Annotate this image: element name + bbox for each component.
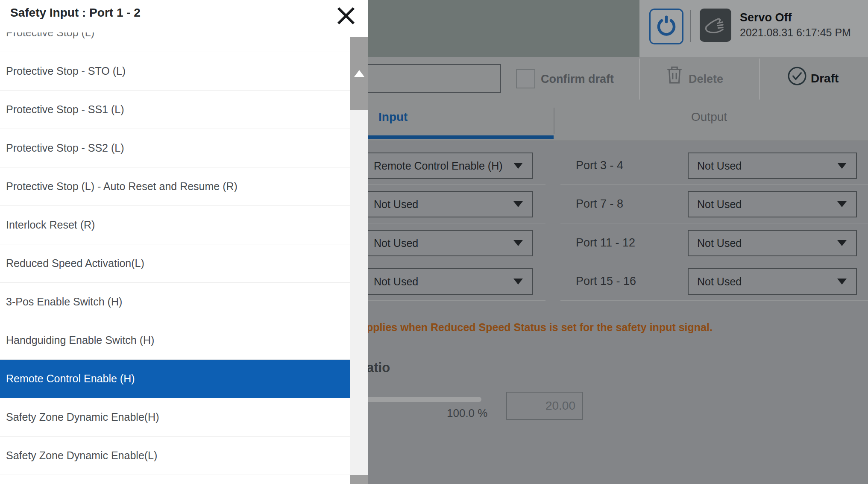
list-item[interactable]: Protective Stop (L) - Auto Reset and Res… [0,167,350,206]
screen: Servo Off 2021.08.31 6:17:45 PM Confirm … [0,0,868,484]
modal-scrollbar-bottom[interactable] [350,475,368,484]
list-item[interactable]: Protective Stop - STO (L) [0,52,350,91]
modal-titlebar: Safety Input : Port 1 - 2 [0,0,368,32]
close-button[interactable] [333,3,359,29]
list-item[interactable]: Interlock Reset (R) [0,206,350,244]
option-list: Protective Stop (L) Protective Stop - ST… [0,0,350,484]
list-item[interactable]: Safety Zone Dynamic Enable(H) [0,398,350,437]
modal-title: Safety Input : Port 1 - 2 [10,6,141,20]
close-icon [334,4,358,27]
scroll-up-icon[interactable] [354,70,364,77]
list-item[interactable]: Handguiding Enable Switch (H) [0,321,350,360]
list-item[interactable]: Safety Zone Dynamic Enable(L) [0,437,350,475]
safety-input-modal: Protective Stop (L) Protective Stop - ST… [0,0,368,484]
list-item-selected[interactable]: Remote Control Enable (H) [0,360,350,398]
list-item[interactable]: Protective Stop - SS1 (L) [0,91,350,129]
list-item[interactable]: Reduced Speed Activation(L) [0,244,350,283]
list-item[interactable]: Protective Stop - SS2 (L) [0,129,350,167]
list-item[interactable]: 3-Pos Enable Switch (H) [0,283,350,321]
